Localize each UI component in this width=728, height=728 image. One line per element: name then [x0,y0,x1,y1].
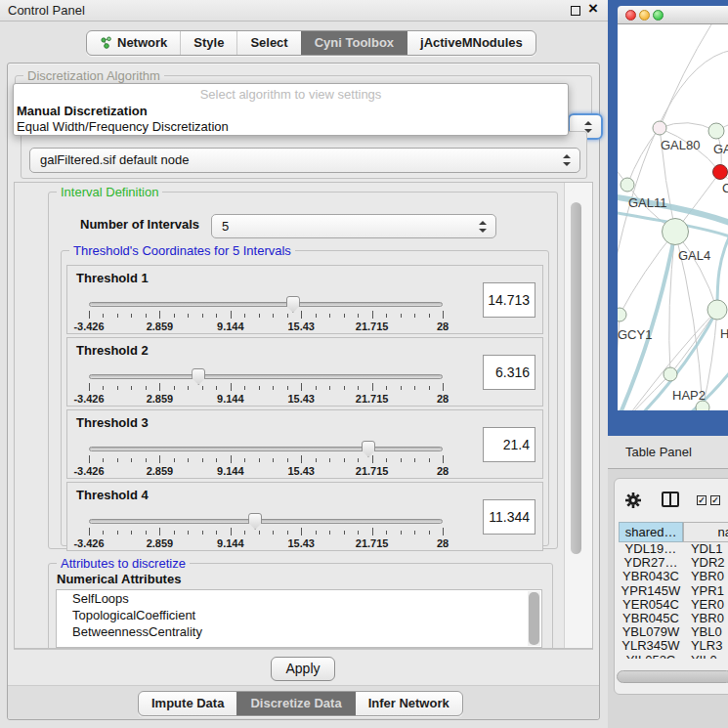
threshold-slider[interactable]: -3.4262.8599.14415.4321.71528 [81,514,452,549]
number-of-intervals-combobox[interactable]: 5 [211,214,496,238]
table-row[interactable]: YPR145WYPR1 [619,584,728,598]
node-table[interactable]: shared… na YDL19…YDL1YDR27…YDR2YBR043CYB… [619,522,728,659]
network-edge[interactable] [660,123,716,131]
network-edge[interactable] [618,407,703,410]
table-cell[interactable]: YDR2 [683,556,728,570]
table-cell[interactable]: YDL19… [619,542,683,556]
network-edge[interactable] [627,128,660,185]
number-of-intervals-value: 5 [222,219,229,234]
settings-scrollbar[interactable] [564,183,592,649]
tab-infer-network[interactable]: Infer Network [355,692,462,715]
table-cell[interactable]: YBR0 [683,612,728,625]
table-data-combobox[interactable]: galFiltered.sif default node [29,148,580,173]
table-cell[interactable]: YBR043C [619,570,683,583]
table-row[interactable]: YBR045CYBR0 [619,612,728,625]
tab-select[interactable]: Select [236,31,300,55]
threshold-slider[interactable]: -3.4262.8599.14415.4321.71528 [81,297,452,332]
table-cell[interactable]: YBL0 [683,625,728,639]
network-node-red[interactable] [713,165,728,180]
tab-impute-data[interactable]: Impute Data [139,692,236,715]
threshold-value-field[interactable]: 21.4 [483,427,535,462]
algorithm-option-manual[interactable]: Manual Discretization [17,104,148,118]
list-item[interactable]: SelfLoops [57,590,541,607]
network-node-pink[interactable] [653,121,666,135]
float-window-icon[interactable] [571,6,580,16]
close-icon[interactable]: × [588,0,598,19]
list-item[interactable]: BetweennessCentrality [57,623,541,640]
table-cell[interactable]: YIL052C [619,654,683,660]
table-cell[interactable]: YPR1 [683,584,728,598]
slider-track[interactable] [89,519,443,524]
table-row[interactable]: YIL052CYIL0 [619,654,728,660]
network-node-green[interactable] [707,300,727,320]
slider-track[interactable] [89,447,443,451]
table-data-selected: galFiltered.sif default node [40,152,189,167]
table-cell[interactable]: YBR045C [619,612,683,625]
thresholds-group-title: Threshold's Coordinates for 5 Intervals [69,243,295,258]
network-edge[interactable] [670,310,717,374]
scrollbar-thumb[interactable] [529,592,539,645]
threshold-value-field[interactable]: 11.344 [483,499,535,535]
table-cell[interactable]: YLR3 [683,639,728,653]
network-node-green[interactable] [618,308,626,321]
slider-tick [174,386,175,390]
table-row[interactable]: YLR345WYLR3 [619,639,728,653]
slider-track[interactable] [89,302,443,307]
network-node-green[interactable] [664,367,677,381]
list-item[interactable]: TopologicalCoefficient [57,607,541,623]
table-cell[interactable]: YIL0 [683,654,728,660]
slider-tick [117,458,118,462]
network-node-green[interactable] [663,219,689,245]
column-header-shared-name[interactable]: shared… [619,522,683,542]
tab-network[interactable]: Network [87,31,180,55]
checkbox-icon[interactable]: ✓ [710,495,720,505]
slider-tick-labels: -3.4262.8599.14415.4321.71528 [81,465,452,479]
threshold-4-row: Threshold 4 -3.4262.8599.14415.4321.7152… [66,482,543,551]
table-horizontal-scrollbar[interactable] [617,670,728,683]
threshold-slider[interactable]: -3.4262.8599.14415.4321.71528 [81,442,452,477]
table-cell[interactable]: YBR0 [683,570,728,583]
network-node-green[interactable] [708,123,724,139]
slider-tick [358,314,359,318]
tab-discretize-data[interactable]: Discretize Data [236,692,354,715]
table-cell[interactable]: YER054C [619,598,683,612]
threshold-value-field[interactable]: 6.316 [483,355,535,390]
table-cell[interactable]: YDL1 [683,542,728,556]
columns-icon[interactable] [662,492,679,507]
zoom-traffic-light[interactable] [653,10,664,21]
scrollbar-thumb[interactable] [571,202,581,554]
numerical-attributes-list[interactable]: SelfLoops TopologicalCoefficient Between… [56,589,542,648]
tab-cyni-toolbox[interactable]: Cyni Toolbox [301,31,407,55]
checkbox-icon[interactable]: ✓ [697,495,707,505]
table-row[interactable]: YBR043CYBR0 [619,570,728,583]
gear-icon[interactable] [624,492,642,509]
table-row[interactable]: YER054CYER0 [619,598,728,612]
slider-tick [443,528,444,535]
table-row[interactable]: YBL079WYBL0 [619,625,728,639]
threshold-slider[interactable]: -3.4262.8599.14415.4321.71528 [81,369,452,405]
list-scrollbar[interactable] [528,591,540,646]
column-header-name[interactable]: na [683,522,728,542]
network-edge[interactable] [660,24,711,128]
tab-label: Style [193,35,224,50]
apply-button[interactable]: Apply [271,657,335,681]
table-cell[interactable]: YPR145W [619,584,683,598]
table-cell[interactable]: YER0 [683,598,728,612]
minimize-traffic-light[interactable] [639,10,650,21]
tab-label: Impute Data [151,696,224,710]
table-row[interactable]: YDL19…YDL1 [619,542,728,556]
network-node-green[interactable] [621,178,634,192]
threshold-value-field[interactable]: 14.713 [483,282,535,318]
network-edge-thick[interactable] [717,230,728,310]
close-traffic-light[interactable] [625,10,636,21]
table-cell[interactable]: YLR345W [619,639,683,653]
network-edge-thick[interactable] [618,232,675,410]
table-row[interactable]: YDR27…YDR2 [619,556,728,570]
table-cell[interactable]: YDR27… [619,556,683,570]
slider-track[interactable] [89,374,443,379]
table-cell[interactable]: YBL079W [619,625,683,639]
tab-jactivemnodules[interactable]: jActiveMNodules [407,31,535,55]
tab-style[interactable]: Style [180,31,236,55]
network-canvas[interactable]: GAL80GACGAL11GAL4GCY1HHAP2 [618,24,728,410]
algorithm-option-equal-width[interactable]: Equal Width/Frequency Discretization [17,119,229,134]
